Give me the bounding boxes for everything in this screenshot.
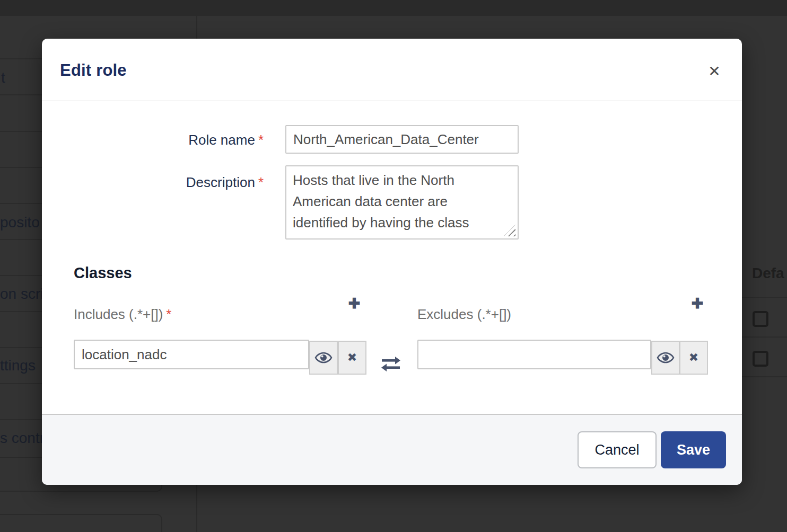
plus-icon: ✚ — [348, 295, 361, 312]
add-exclude-button[interactable]: ✚ — [688, 295, 706, 313]
edit-role-modal: Edit role ✕ Role name* Description* Host… — [42, 39, 742, 485]
includes-preview-button[interactable] — [309, 341, 338, 375]
eye-icon — [657, 352, 675, 363]
description-label: Description* — [42, 174, 264, 191]
cancel-button[interactable]: Cancel — [578, 431, 657, 468]
checkbox — [753, 351, 768, 367]
header-divider — [42, 101, 742, 101]
background-row-divider — [742, 297, 787, 298]
excludes-input[interactable] — [417, 340, 651, 369]
description-textarea[interactable]: Hosts that live in the North American da… — [285, 165, 519, 240]
required-asterisk: * — [258, 132, 264, 148]
classes-heading: Classes — [74, 264, 132, 282]
role-name-input[interactable] — [285, 125, 519, 154]
background-text-fragment: posito — [0, 214, 40, 231]
background-card-outline — [0, 514, 162, 532]
background-text-fragment: on scri — [0, 286, 43, 303]
role-name-label: Role name* — [42, 132, 264, 148]
excludes-preview-button[interactable] — [651, 341, 680, 375]
save-button[interactable]: Save — [661, 431, 726, 468]
eye-icon — [314, 352, 333, 363]
modal-title: Edit role — [60, 61, 127, 80]
description-field-wrap: Hosts that live in the North American da… — [285, 165, 519, 240]
required-asterisk: * — [166, 306, 171, 322]
background-text-fragment: t — [1, 69, 5, 86]
swap-include-exclude-button[interactable] — [381, 356, 401, 372]
background-row-divider — [742, 376, 787, 377]
x-icon: ✖ — [689, 351, 698, 365]
role-name-label-text: Role name — [188, 132, 255, 148]
includes-label: Includes (.*+[])* — [74, 306, 171, 323]
close-icon: ✕ — [708, 63, 720, 80]
background-column-header: Defa — [752, 265, 784, 282]
required-asterisk: * — [258, 174, 264, 190]
plus-icon: ✚ — [692, 295, 704, 312]
x-icon: ✖ — [347, 351, 357, 365]
background-topbar — [0, 0, 787, 16]
includes-input[interactable] — [74, 340, 309, 369]
includes-remove-button[interactable]: ✖ — [338, 341, 366, 375]
background-row-divider — [742, 336, 787, 338]
excludes-label-text: Excludes (.*+[]) — [417, 306, 511, 322]
add-include-button[interactable]: ✚ — [345, 295, 363, 313]
close-button[interactable]: ✕ — [704, 60, 725, 82]
swap-arrows-icon — [381, 356, 401, 372]
checkbox — [753, 311, 768, 327]
excludes-remove-button[interactable]: ✖ — [679, 341, 708, 375]
background-text-fragment: s contr — [0, 430, 45, 447]
background-text-fragment: ttings — [0, 357, 36, 374]
description-label-text: Description — [186, 174, 255, 190]
includes-label-text: Includes (.*+[]) — [74, 306, 163, 322]
screen: t posito on scri ttings s contr Defa Edi… — [0, 0, 787, 532]
excludes-label: Excludes (.*+[]) — [417, 306, 511, 323]
